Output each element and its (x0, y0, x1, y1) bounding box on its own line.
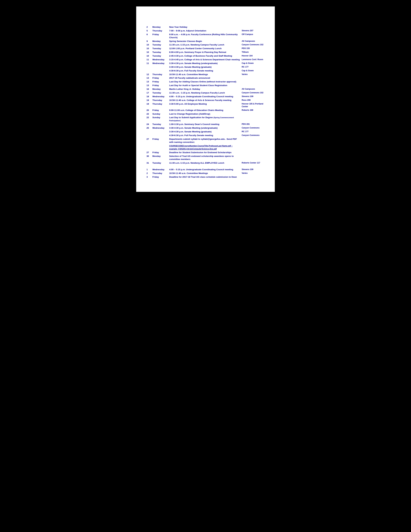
day-number: 10 (146, 50, 152, 54)
day-name: Tuesday (152, 161, 168, 165)
event-location: All Campuses (241, 39, 265, 43)
day-number (146, 134, 152, 137)
day-name (152, 134, 168, 137)
event-location (241, 80, 265, 84)
event-description: Last Day to Submit Application for Degre… (168, 116, 241, 123)
table-row: 19Thursday3:30-5:00 p.m. All Employee Me… (146, 102, 265, 108)
spacer-row (146, 165, 265, 168)
event-location: Varies (241, 73, 265, 76)
day-number: 6 (146, 33, 152, 39)
table-row: 3:30-4:30 p.m. Senate Meeting (graduate)… (146, 65, 265, 69)
table-row: 27FridayDeadline for Student Submission … (146, 151, 265, 154)
event-location: PDS 155 (241, 47, 265, 50)
calendar-table: 2MondayNew Year Holiday5Thursday7:00 – 9… (146, 25, 265, 179)
day-number: 19 (146, 98, 152, 102)
event-location (241, 25, 265, 29)
day-name (152, 65, 168, 69)
event-description: 3:30-4:30 p.m. Senate Meeting (undergrad… (168, 126, 241, 130)
event-location (241, 116, 265, 123)
day-number: 12 (146, 73, 152, 76)
day-name: Friday (152, 80, 168, 84)
event-description: Selection of Trad UG endowed scholarship… (168, 154, 241, 161)
day-number: 22 (146, 112, 152, 116)
table-row: 24Tuesday1:00-3:30 p.m. Seminary Dean’s … (146, 123, 265, 126)
event-location: Tilikum (241, 50, 265, 54)
day-name: Friday (152, 84, 168, 87)
day-number: 16 (146, 87, 152, 91)
day-number (146, 130, 152, 134)
event-location: Roberts 168 (241, 108, 265, 112)
event-description: 11:30 a.m. -1:15 p.m. Newberg Campus Fac… (168, 91, 241, 95)
day-number (146, 65, 152, 69)
event-location (241, 175, 265, 179)
day-number: 2 (146, 25, 152, 29)
day-name: Sunday (152, 112, 168, 116)
event-description: 4:00 – 5:15 p.m. Undergraduate Coordinat… (168, 95, 241, 98)
day-name: Monday (152, 39, 168, 43)
table-row: 6Friday9:00 a.m. – 4:00 p.m. Faculty Con… (146, 33, 265, 39)
table-row: 19Thursday10:50-11:40 a.m. College of Ar… (146, 98, 265, 102)
day-name: Thursday (152, 29, 168, 33)
event-location: Varies (241, 171, 265, 175)
event-description: Martin Luther King Jr. Holiday (168, 87, 241, 91)
event-description: 9:00 a.m. – 4:00 p.m. Faculty Conference… (168, 33, 241, 39)
event-description: 7:00 – 9:00 p.m. Adjunct Orientation (168, 29, 241, 33)
table-row: 22SundayLast Day to Submit Application f… (146, 116, 265, 123)
event-description: 10:50-11:40 a.m. Committee Meetings (168, 73, 241, 76)
day-name: Tuesday (152, 91, 168, 95)
day-number: 5 (146, 29, 152, 33)
event-location: Canyon Commons (241, 126, 265, 130)
event-description: 10:50-11:40 a.m. College of Arts & Scien… (168, 98, 241, 102)
day-number: 11 (146, 58, 152, 62)
table-row: 13Friday2017-18 Faculty sabbaticals anno… (146, 76, 265, 80)
event-description: Deadline for Student Submission for Endo… (168, 151, 241, 154)
table-row: 10Tuesday11:30 a.m.-1:15 p.m. Newberg Ca… (146, 43, 265, 47)
table-row: 31Tuesday11:30 a.m.-1:15 p.m. Newberg AL… (146, 161, 265, 165)
day-name: Thursday (152, 98, 168, 102)
table-row: 2Thursday10:50-11:40 a.m. Committee Meet… (146, 171, 265, 175)
day-number (146, 144, 152, 151)
event-description: Departments submit syllabi to syllabi@ge… (168, 137, 241, 144)
table-row: 13FridayLast Day for Adding Classes Onli… (146, 80, 265, 84)
header-text (146, 16, 265, 19)
event-location: Cap & Gown (241, 69, 265, 73)
day-number: 10 (146, 54, 152, 58)
day-number: 20 (146, 108, 152, 112)
day-number: 27 (146, 137, 152, 144)
table-row: 10Tuesday2:45-4:30 p.m. College of Busin… (146, 54, 265, 58)
event-location: Canyon Commons (241, 134, 265, 137)
event-location: Lemmons Conf. Room (241, 58, 265, 62)
event-location: Roberts Center 117 (241, 161, 265, 165)
table-row: 16MondayMartin Luther King Jr. HolidayAl… (146, 87, 265, 91)
event-description: 11:30 a.m.-1:15 p.m. Newberg ALL EMPLOYE… (168, 161, 241, 165)
day-name (152, 144, 168, 151)
day-name: Wednesday (152, 95, 168, 98)
event-location: Stevens 109 (241, 95, 265, 98)
event-description: Spring Semester Classes Begin (168, 39, 241, 43)
day-number: 10 (146, 43, 152, 47)
day-name: Thursday (152, 73, 168, 76)
event-location (241, 112, 265, 116)
table-row: 9MondaySpring Semester Classes BeginAll … (146, 39, 265, 43)
table-row: 22SundayLast to Change Registration (Add… (146, 112, 265, 116)
event-description: 2:45-4:30 p.m. College of Business Facul… (168, 54, 241, 58)
event-location: Off Campus (241, 33, 265, 39)
day-number: 9 (146, 39, 152, 43)
event-description: COURSECODECourseNumber,CourseTitle,Profe… (168, 144, 241, 151)
event-description: 2017-18 Faculty sabbaticals announced (168, 76, 241, 80)
table-row: 3:30-4:30 p.m. Senate Meeting (graduate)… (146, 130, 265, 134)
day-number: 11 (146, 62, 152, 65)
file-naming-link[interactable]: COURSECODECourseNumber,CourseTitle,Profe… (169, 145, 233, 150)
event-description: 1:00-3:30 p.m. Seminary Dean’s Council m… (168, 123, 241, 126)
day-name: Thursday (152, 171, 168, 175)
table-row: 4:30-6:30 p.m. Full Faculty Senate meeti… (146, 134, 265, 137)
day-number: 13 (146, 80, 152, 84)
event-description: Last Day for Audit or Special Student Cl… (168, 84, 241, 87)
event-location: Stevens 207 (241, 29, 265, 33)
day-number: 27 (146, 151, 152, 154)
day-number: 22 (146, 116, 152, 123)
event-description: 9:00-11:00 a.m. College of Education Cha… (168, 108, 241, 112)
event-location: All Campuses (241, 87, 265, 91)
table-row: 11Wednesday3:30-4:30 p.m. Senate Meeting… (146, 62, 265, 65)
table-row: COURSECODECourseNumber,CourseTitle,Profe… (146, 144, 265, 151)
